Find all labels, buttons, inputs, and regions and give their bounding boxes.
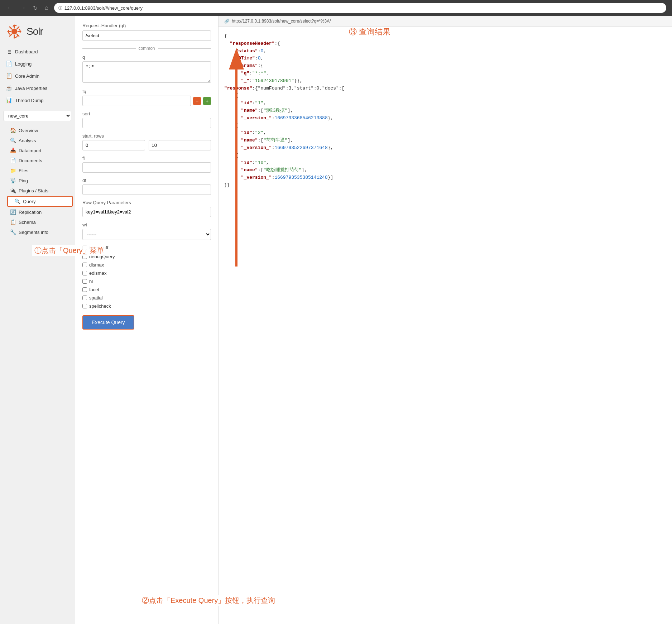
- facet-checkbox[interactable]: [82, 287, 87, 292]
- sidebar-item-thread-dump[interactable]: 📊 Thread Dump: [0, 94, 75, 106]
- sidebar-sub-ping[interactable]: 📡 Ping: [0, 176, 75, 186]
- fq-input[interactable]: [82, 96, 191, 106]
- dismax-label: dismax: [89, 262, 104, 268]
- sidebar-item-dashboard[interactable]: 🖥 Dashboard: [0, 46, 75, 58]
- url-lock-icon: ⓘ: [58, 5, 62, 11]
- java-properties-icon: ☕: [6, 85, 12, 91]
- sidebar-sub-replication[interactable]: 🔄 Replication: [0, 207, 75, 217]
- q-input[interactable]: *:*: [82, 61, 211, 83]
- request-handler-input[interactable]: [82, 30, 211, 41]
- sidebar-item-label: Core Admin: [15, 73, 39, 79]
- fq-remove-button[interactable]: −: [193, 97, 201, 105]
- execute-query-button[interactable]: Execute Query: [82, 315, 134, 330]
- dismax-checkbox[interactable]: [82, 263, 87, 267]
- df-input[interactable]: [82, 184, 211, 195]
- url-bar[interactable]: ⓘ 127.0.0.1:8983/solr/#/new_core/query: [54, 3, 666, 13]
- sidebar-sub-documents[interactable]: 📄 Documents: [0, 155, 75, 165]
- browser-chrome: ← → ↻ ⌂ ⓘ 127.0.0.1:8983/solr/#/new_core…: [0, 0, 672, 16]
- start-input[interactable]: [82, 140, 145, 150]
- debug-query-checkbox[interactable]: [82, 254, 87, 259]
- request-handler-label: Request-Handler (qt): [82, 23, 211, 28]
- sidebar-sub-label: Files: [19, 168, 28, 173]
- edismax-item: edismax: [82, 270, 211, 276]
- start-rows-pair: [82, 140, 211, 150]
- core-select[interactable]: new_core: [4, 111, 71, 121]
- wt-label: wt: [82, 222, 211, 227]
- q-label: q: [82, 54, 211, 60]
- app-container: Solr 🖥 Dashboard 📄 Logging 📋 Core Admin …: [0, 16, 672, 624]
- sidebar-sub-label: Query: [23, 199, 35, 204]
- replication-icon: 🔄: [10, 209, 16, 215]
- sidebar-sub-query[interactable]: 🔍 Query: [7, 196, 73, 207]
- main-content: Request-Handler (qt) common q *:* fq − +…: [75, 16, 672, 624]
- spellcheck-label: spellcheck: [89, 303, 111, 309]
- facet-item: facet: [82, 287, 211, 292]
- sidebar-item-label: Thread Dump: [15, 98, 43, 103]
- sidebar-sub-label: Ping: [19, 178, 28, 183]
- sidebar-item-java-properties[interactable]: ☕ Java Properties: [0, 82, 75, 94]
- back-button[interactable]: ←: [6, 3, 14, 13]
- analysis-icon: 🔍: [10, 138, 16, 143]
- sidebar-sub-files[interactable]: 📁 Files: [0, 165, 75, 176]
- fl-group: fl: [82, 155, 211, 173]
- svg-line-8: [10, 27, 12, 29]
- segments-icon: 🔧: [10, 229, 16, 235]
- fl-input[interactable]: [82, 162, 211, 173]
- sort-group: sort: [82, 111, 211, 128]
- core-selector[interactable]: new_core: [4, 111, 71, 121]
- raw-params-group: Raw Query Parameters: [82, 200, 211, 217]
- common-section-label: common: [139, 46, 155, 51]
- spatial-item: spatial: [82, 295, 211, 301]
- sidebar-sub-dataimport[interactable]: 📥 Dataimport: [0, 145, 75, 155]
- sidebar-item-label: Java Properties: [15, 86, 47, 91]
- result-panel: 🔗 http://127.0.0.1:8983/solr/new_core/se…: [219, 16, 672, 624]
- raw-params-input[interactable]: [82, 207, 211, 217]
- files-icon: 📁: [10, 168, 16, 173]
- schema-icon: 📋: [10, 219, 16, 225]
- q-group: q *:*: [82, 54, 211, 84]
- reload-button[interactable]: ↻: [32, 3, 39, 13]
- sidebar-sub-label: Dataimport: [19, 148, 42, 153]
- plugins-icon: 🔌: [10, 188, 16, 193]
- sidebar-sub-label: Analysis: [19, 138, 36, 143]
- sidebar-sub-label: Schema: [19, 220, 36, 225]
- logo-text: Solr: [27, 26, 43, 37]
- sidebar-sub-analysis[interactable]: 🔍 Analysis: [0, 135, 75, 145]
- logo-area: Solr: [0, 16, 75, 46]
- sidebar-item-core-admin[interactable]: 📋 Core Admin: [0, 70, 75, 82]
- svg-point-0: [11, 29, 17, 34]
- fq-add-button[interactable]: +: [203, 97, 211, 105]
- spellcheck-item: spellcheck: [82, 303, 211, 309]
- sidebar-sub-segments[interactable]: 🔧 Segments info: [0, 227, 75, 237]
- home-button[interactable]: ⌂: [43, 3, 50, 13]
- sort-input[interactable]: [82, 118, 211, 128]
- spellcheck-checkbox[interactable]: [82, 304, 87, 308]
- checkboxes-group: debugQuery dismax edismax hl facet: [82, 254, 211, 309]
- wt-group: wt ------ json xml python ruby php csv: [82, 222, 211, 240]
- sidebar-sub-schema[interactable]: 📋 Schema: [0, 217, 75, 227]
- spatial-checkbox[interactable]: [82, 296, 87, 300]
- sidebar-sub-overview[interactable]: 🏠 Overview: [0, 125, 75, 135]
- sidebar: Solr 🖥 Dashboard 📄 Logging 📋 Core Admin …: [0, 16, 75, 624]
- edismax-label: edismax: [89, 270, 106, 276]
- logging-icon: 📄: [6, 61, 12, 67]
- common-section-divider: common: [82, 46, 211, 51]
- forward-button[interactable]: →: [19, 3, 27, 13]
- sidebar-sub-label: Plugins / Stats: [19, 188, 48, 193]
- dismax-item: dismax: [82, 262, 211, 268]
- rows-input[interactable]: [149, 140, 211, 150]
- start-rows-label: start, rows: [82, 133, 211, 139]
- edismax-checkbox[interactable]: [82, 271, 87, 275]
- result-url-icon: 🔗: [224, 19, 230, 24]
- wt-select[interactable]: ------ json xml python ruby php csv: [82, 229, 211, 240]
- solr-logo-icon: [6, 23, 23, 40]
- hl-checkbox[interactable]: [82, 279, 87, 284]
- indent-off-checkbox[interactable]: [82, 245, 87, 250]
- sidebar-item-label: Dashboard: [15, 49, 38, 54]
- sidebar-item-label: Logging: [15, 61, 32, 67]
- documents-icon: 📄: [10, 158, 16, 163]
- fq-row: − +: [82, 96, 211, 106]
- sidebar-item-logging[interactable]: 📄 Logging: [0, 58, 75, 70]
- sidebar-sub-plugins[interactable]: 🔌 Plugins / Stats: [0, 186, 75, 196]
- indent-off-checkbox-item: indent off: [82, 245, 211, 250]
